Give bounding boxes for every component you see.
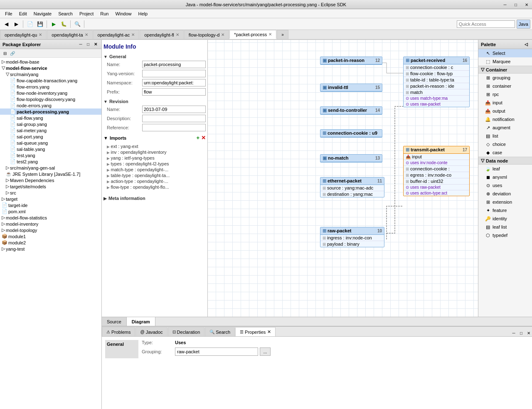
maximize-bottom-button[interactable]: □ (518, 330, 525, 336)
palette-item-feature[interactable]: ✦ feature (478, 206, 532, 214)
revision-name-input[interactable] (142, 106, 206, 113)
perspective-button[interactable]: Java (517, 20, 530, 29)
tree-test2[interactable]: 📄 test2.yang (0, 158, 101, 165)
tree-yang-test[interactable]: ▷ yang-test (0, 246, 101, 252)
palette-item-case[interactable]: ◆ case (478, 148, 532, 157)
datanode-section-header[interactable]: ▽ Data node (478, 157, 532, 165)
prefix-input[interactable] (142, 88, 206, 96)
menu-file[interactable]: File (2, 10, 16, 17)
palette-item-leaf[interactable]: 🍃 leaf (478, 165, 532, 173)
palette-item-typedef[interactable]: ⬡ typedef (478, 231, 532, 239)
node-packet-in-reason[interactable]: ▣packet-in-reason 12 (320, 57, 382, 65)
quick-access-input[interactable] (457, 20, 515, 28)
close-tab-0[interactable]: ✕ (39, 32, 42, 37)
palette-item-extension[interactable]: ⊞ extension (478, 198, 532, 206)
maximize-button[interactable]: □ (510, 0, 521, 9)
editor-tab-source[interactable]: Source (102, 317, 127, 326)
close-panel-button[interactable]: ✕ (92, 41, 99, 48)
bottom-tab-search[interactable]: 🔍 Search (205, 327, 235, 336)
tab-packet-process[interactable]: *packet-process ✕ (229, 30, 276, 39)
meta-section-header[interactable]: ▶ Meta information (103, 195, 206, 202)
save-button[interactable]: 💾 (35, 20, 44, 29)
palette-collapse-button[interactable]: ◁ (523, 41, 530, 48)
tree-sal-flow[interactable]: 📄 sal-flow.yang (0, 115, 101, 121)
revision-section-header[interactable]: ▼ Revision (103, 98, 206, 105)
close-properties-tab[interactable]: ✕ (267, 329, 271, 335)
remove-import-button[interactable]: ✕ (201, 135, 206, 141)
node-packet-received[interactable]: ⊞packet-received 16 ⊞ connection-cookie … (403, 57, 470, 107)
menu-run[interactable]: Run (97, 10, 112, 17)
minimize-button[interactable]: ─ (500, 0, 510, 9)
editor-tab-diagram[interactable]: Diagram (127, 317, 155, 326)
close-tab-1[interactable]: ✕ (85, 32, 88, 37)
link-editor-button[interactable]: 🔗 (9, 50, 16, 57)
minimize-panel-button[interactable]: ─ (77, 41, 84, 48)
palette-item-input[interactable]: 📥 input (478, 99, 532, 107)
add-import-button[interactable]: + (196, 135, 200, 141)
import-types[interactable]: types : opendaylight-l2-types (107, 161, 202, 167)
namespace-input[interactable] (142, 79, 206, 86)
tab-opendaylight-ac[interactable]: opendaylight-ac ✕ (93, 30, 140, 39)
new-button[interactable]: 📄 (25, 20, 34, 29)
node-no-match[interactable]: ▣no-match 13 (320, 154, 382, 163)
tree-sal-queue[interactable]: 📄 sal-queue.yang (0, 140, 101, 146)
minimize-bottom-button[interactable]: ─ (510, 330, 517, 336)
yang-version-input[interactable] (142, 70, 206, 77)
tree-sal-port[interactable]: 📄 sal-port.yang (0, 133, 101, 140)
palette-item-deviation[interactable]: ⊗ deviation (478, 190, 532, 198)
tree-module1[interactable]: 📦 module1 (0, 233, 101, 239)
tab-opendaylight-fl[interactable]: opendaylight-fl ✕ (140, 30, 184, 39)
tree-node-errors[interactable]: 📄 node-errors.yang (0, 102, 101, 108)
tree-sal-meter[interactable]: 📄 sal-meter.yang (0, 127, 101, 133)
menu-help[interactable]: Help (135, 10, 151, 17)
search-button[interactable]: 🔍 (73, 20, 82, 29)
tree-sal-group[interactable]: 📄 sal-group.yang (0, 121, 101, 127)
tab-flow-topology-d[interactable]: flow-topology-d ✕ (184, 30, 229, 39)
tree-pom[interactable]: 📄 pom.xml (0, 208, 101, 214)
diagram-canvas[interactable]: ▣packet-in-reason 12 ▣invalid-ttl 15 ▣se… (208, 40, 478, 317)
import-yang[interactable]: yang : ietf-yang-types (107, 155, 202, 161)
node-send-to-controller[interactable]: ▣send-to-controller 14 (320, 106, 382, 115)
run-button[interactable]: ▶ (49, 20, 58, 29)
node-invalid-ttl[interactable]: ▣invalid-ttl 15 (320, 84, 382, 92)
import-flow-type[interactable]: flow-type : opendaylight-flo... (107, 184, 202, 190)
tree-maven-deps[interactable]: ▷ Maven Dependencies (0, 177, 101, 183)
tab-opendaylight-qu[interactable]: opendaylight-qu ✕ (0, 30, 47, 39)
menu-search[interactable]: Search (55, 10, 76, 17)
close-tab-4[interactable]: ✕ (221, 32, 224, 37)
revision-desc-input[interactable] (142, 115, 206, 122)
tree-model-flow-stats[interactable]: ▷ model-flow-statistics (0, 214, 101, 221)
palette-item-output[interactable]: 📤 output (478, 107, 532, 115)
tree-target-ide[interactable]: 📄 target-ide (0, 202, 101, 208)
tree-flow-node-inventory[interactable]: 📄 flow-node-inventory.yang (0, 90, 101, 96)
palette-item-uses[interactable]: ⊙ uses (478, 181, 532, 190)
tab-opendaylight-ta[interactable]: opendaylight-ta ✕ (47, 30, 92, 39)
palette-item-container[interactable]: ⊞ container (478, 82, 532, 90)
close-tab-5[interactable]: ✕ (268, 32, 272, 37)
node-raw-packet[interactable]: ⊞raw-packet 10 ⊞ ingress : inv:node-con … (320, 227, 384, 247)
node-transmit-packet[interactable]: ⊞transmit-packet 17 📥 input ⊙ uses inv:n… (403, 146, 470, 196)
menu-project[interactable]: Project (76, 10, 97, 17)
container-section-header[interactable]: ▽ Container (478, 66, 532, 74)
tree-sal-table[interactable]: 📄 sal-table.yang (0, 146, 101, 152)
menu-window[interactable]: Window (112, 10, 135, 17)
palette-item-leaf-list[interactable]: ▤ leaf list (478, 223, 532, 231)
back-button[interactable]: ◀ (2, 20, 11, 29)
close-bottom-button[interactable]: ✕ (525, 330, 532, 336)
close-button[interactable]: ✕ (521, 0, 532, 9)
collapse-all-button[interactable]: ⊟ (2, 50, 8, 57)
import-inv[interactable]: inv : opendaylight-inventory (107, 149, 202, 155)
palette-item-anyxml[interactable]: ◼ anyxml (478, 173, 532, 181)
palette-item-select[interactable]: ↖ Select (478, 49, 532, 57)
palette-item-augment[interactable]: ↗ augment (478, 123, 532, 132)
palette-item-notification[interactable]: 🔔 notification (478, 115, 532, 123)
import-ext[interactable]: ext : yang-ext (107, 143, 202, 149)
tab-overflow[interactable]: » (277, 30, 288, 39)
palette-item-list[interactable]: ▤ list (478, 132, 532, 140)
tree-target-site[interactable]: ▷ target/site/models (0, 183, 101, 190)
tree-packet-processing[interactable]: 📄 packet-processing.yang (0, 108, 101, 115)
node-connection-cookie[interactable]: ⊞connection-cookie : u9 (320, 129, 382, 138)
tree-model-topology[interactable]: ▷ model-topology (0, 227, 101, 233)
general-section-header[interactable]: ▼ General (103, 53, 206, 60)
palette-item-choice[interactable]: ◇ choice (478, 140, 532, 148)
